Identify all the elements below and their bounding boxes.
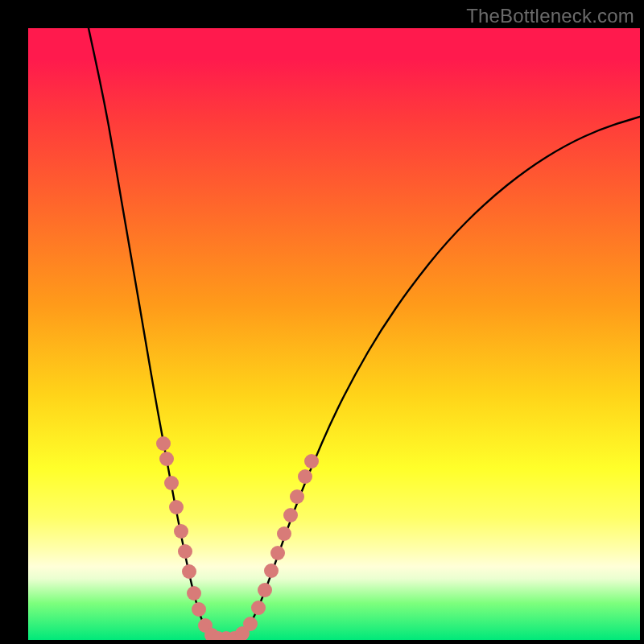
marker-dot — [169, 500, 184, 514]
marker-dot — [277, 526, 291, 541]
marker-dot — [264, 564, 279, 578]
watermark-text: TheBottleneck.com — [466, 5, 634, 27]
marker-dot — [258, 583, 272, 597]
chart-svg — [28, 28, 640, 640]
marker-dot — [298, 469, 312, 484]
marker-dot — [251, 601, 266, 615]
marker-dot — [192, 602, 206, 617]
marker-dot — [178, 544, 192, 559]
marker-dot — [187, 586, 201, 601]
sample-dots — [156, 436, 319, 640]
marker-dot — [156, 436, 171, 451]
marker-dot — [164, 476, 179, 490]
marker-dot — [182, 564, 196, 579]
marker-dot — [243, 617, 258, 631]
plot-area — [28, 28, 640, 640]
marker-dot — [283, 508, 298, 522]
marker-dot — [304, 454, 319, 469]
chart-frame: TheBottleneck.com — [0, 0, 644, 644]
marker-dot — [290, 489, 304, 504]
marker-dot — [270, 546, 285, 560]
marker-dot — [159, 452, 174, 466]
marker-dot — [174, 524, 188, 539]
bottleneck-curve — [89, 28, 640, 638]
